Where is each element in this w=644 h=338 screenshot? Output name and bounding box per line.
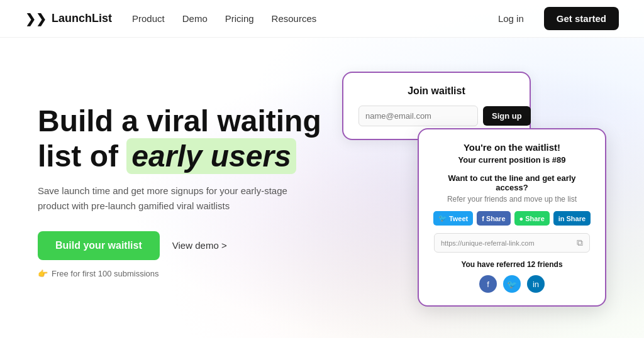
linkedin-social-icon[interactable]: in [527, 275, 545, 293]
get-started-button[interactable]: Get started [544, 7, 619, 30]
nav-links: Product Demo Pricing Resources [132, 13, 488, 24]
referred-count: 12 friends [527, 260, 563, 269]
join-card-title: Join waitlist [358, 85, 514, 97]
free-note-text: Free for first 100 submissions [52, 269, 159, 278]
hero-highlight: early users [126, 138, 296, 174]
nav-right: Log in Get started [488, 7, 619, 30]
position-text: Your current position is #89 [434, 155, 590, 165]
join-card-form: Sign up [358, 106, 514, 126]
pointing-icon: 👉 [38, 269, 48, 278]
share-buttons-row: 🐦 Tweet f Share ● Share in Share [434, 211, 590, 226]
ui-preview: Join waitlist Sign up You're on the wait… [322, 57, 606, 325]
referral-url-text: https://unique-referral-link.com [441, 239, 577, 247]
position-number: #89 [552, 155, 566, 165]
build-waitlist-button[interactable]: Build your waitlist [38, 231, 160, 260]
logo[interactable]: ❯❯ LaunchList [25, 11, 112, 26]
wa-share-label: Share [525, 215, 545, 222]
cut-line-subtitle: Refer your friends and move up the list [434, 195, 590, 204]
cards-container: Join waitlist Sign up You're on the wait… [342, 72, 606, 310]
logo-icon: ❯❯ [25, 11, 47, 26]
cut-line-title: Want to cut the line and get early acces… [434, 173, 590, 192]
hero-subtitle: Save launch time and get more signups fo… [38, 183, 289, 214]
waitlist-confirmation-card: You're on the waitlist! Your current pos… [418, 128, 606, 307]
fb-share-label: Share [486, 215, 506, 222]
email-input[interactable] [358, 106, 478, 126]
position-prefix: Your current position is [458, 155, 552, 165]
waitlist-title: You're on the waitlist! [434, 142, 590, 153]
linkedin-share-button[interactable]: in Share [553, 211, 591, 226]
whatsapp-share-button[interactable]: ● Share [514, 211, 550, 226]
facebook-social-icon[interactable]: f [479, 275, 497, 293]
twitter-social-icon[interactable]: 🐦 [503, 275, 521, 293]
brand-name: LaunchList [52, 12, 112, 25]
hero-title-line2-prefix: list of [38, 139, 126, 173]
linkedin-icon: in [558, 215, 565, 222]
hero-title: Build a viral waiting list of early user… [38, 104, 322, 173]
hero-title-line1: Build a viral waiting [38, 104, 321, 138]
nav-product[interactable]: Product [132, 13, 165, 24]
signup-button[interactable]: Sign up [483, 106, 531, 126]
login-button[interactable]: Log in [488, 8, 534, 29]
navbar: ❯❯ LaunchList Product Demo Pricing Resou… [0, 0, 644, 38]
nav-pricing[interactable]: Pricing [225, 13, 254, 24]
facebook-icon: f [482, 215, 484, 222]
tweet-label: Tweet [449, 215, 468, 222]
nav-resources[interactable]: Resources [272, 13, 317, 24]
social-icons-row: f 🐦 in [434, 275, 590, 293]
whatsapp-icon: ● [519, 215, 524, 222]
referral-link-row: https://unique-referral-link.com ⧉ [434, 233, 590, 253]
facebook-share-button[interactable]: f Share [477, 211, 510, 226]
referred-text: You have referred 12 friends [434, 260, 590, 269]
copy-icon[interactable]: ⧉ [577, 237, 583, 248]
tweet-button[interactable]: 🐦 Tweet [433, 211, 473, 226]
nav-demo[interactable]: Demo [182, 13, 208, 24]
twitter-icon: 🐦 [438, 214, 447, 222]
li-share-label: Share [567, 215, 586, 222]
referred-prefix: You have referred [461, 260, 526, 269]
main-content: Build a viral waiting list of early user… [0, 38, 644, 338]
hero-section: Build a viral waiting list of early user… [38, 104, 322, 278]
cta-row: Build your waitlist View demo > [38, 231, 322, 260]
view-demo-button[interactable]: View demo > [172, 240, 227, 251]
free-note: 👉 Free for first 100 submissions [38, 269, 322, 278]
